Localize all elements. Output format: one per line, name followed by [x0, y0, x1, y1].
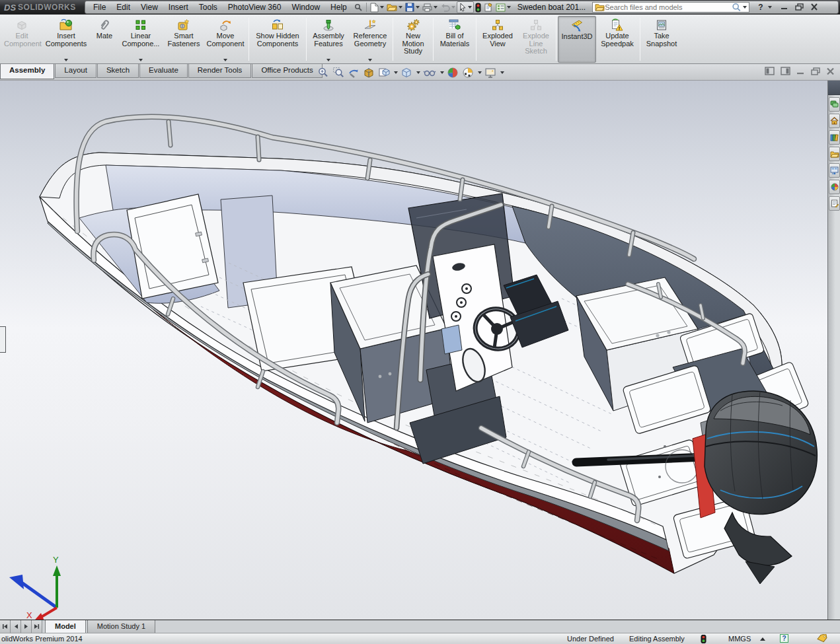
tab-scroll-prev-button[interactable] — [11, 620, 21, 633]
tab-motion-study-1[interactable]: Motion Study 1 — [87, 620, 155, 633]
ribbon-separator — [556, 18, 556, 61]
dropdown-caret[interactable] — [394, 71, 398, 74]
section-view-icon[interactable] — [362, 66, 375, 79]
tab-layout[interactable]: Layout — [55, 64, 96, 78]
linear-component-pattern-button[interactable]: Linear Compone... — [118, 16, 164, 63]
quick-tips-icon[interactable]: ? — [780, 634, 788, 643]
zoom-to-fit-icon[interactable] — [317, 66, 330, 79]
menu-tools[interactable]: Tools — [194, 1, 223, 13]
appearances-scenes-icon[interactable] — [829, 180, 840, 194]
rebuild-traffic-light-icon[interactable] — [474, 2, 482, 13]
tab-model[interactable]: Model — [45, 620, 86, 633]
tab-evaluate[interactable]: Evaluate — [139, 64, 188, 78]
dropdown-caret[interactable] — [500, 71, 504, 74]
orientation-triad: Y X — [9, 555, 61, 620]
help-button[interactable]: ? — [755, 1, 766, 13]
menu-edit[interactable]: Edit — [111, 1, 135, 13]
view-settings-icon[interactable] — [484, 66, 497, 79]
insert-components-button[interactable]: Insert Components — [41, 16, 91, 63]
tab-assembly[interactable]: Assembly — [0, 64, 54, 79]
reference-geometry-button[interactable]: Reference Geometry — [349, 16, 391, 63]
dropdown-caret[interactable] — [139, 59, 143, 61]
open-button[interactable] — [385, 2, 404, 13]
instant3d-button[interactable]: Instant3D — [558, 16, 596, 63]
tab-office-products[interactable]: Office Products — [252, 64, 322, 78]
display-style-icon[interactable] — [400, 66, 413, 79]
units-dropdown-caret[interactable] — [760, 637, 765, 641]
assembly-features-button[interactable]: Assembly Features — [308, 16, 349, 63]
collapse-right-pane-icon[interactable] — [781, 67, 790, 77]
tag-icon[interactable] — [817, 634, 827, 644]
minimize-button[interactable] — [777, 2, 792, 13]
save-button[interactable] — [404, 2, 421, 13]
zoom-to-area-icon[interactable] — [332, 66, 345, 79]
select-cursor-button[interactable] — [457, 1, 474, 13]
boat-assembly-model[interactable]: Y X — [0, 81, 840, 620]
custom-properties-icon[interactable] — [829, 196, 840, 211]
restore-button[interactable] — [792, 2, 807, 13]
dropdown-caret[interactable] — [416, 71, 420, 74]
solidworks-logo: DS SOLIDWORKS — [0, 3, 85, 13]
take-snapshot-button[interactable]: Take Snapshot — [642, 16, 681, 63]
help-caret[interactable] — [768, 6, 772, 9]
print-button[interactable] — [421, 3, 439, 13]
mate-button[interactable]: Mate — [91, 16, 118, 63]
exploded-view-button[interactable]: Exploded View — [478, 16, 517, 63]
dropdown-caret[interactable] — [64, 59, 68, 61]
smart-fasteners-button[interactable]: Smart Fasteners — [164, 16, 204, 63]
view-orientation-icon[interactable] — [377, 66, 391, 79]
search-input[interactable] — [605, 3, 732, 11]
menu-insert[interactable]: Insert — [163, 1, 194, 13]
menu-view[interactable]: View — [135, 1, 163, 13]
window-minimize-icon[interactable] — [796, 67, 805, 76]
window-close-icon[interactable] — [826, 67, 835, 77]
tab-sketch[interactable]: Sketch — [97, 64, 139, 78]
move-component-button[interactable]: Move Component — [204, 16, 247, 63]
close-button[interactable] — [807, 2, 821, 13]
search-icon[interactable] — [732, 3, 742, 12]
show-hidden-components-button[interactable]: Show Hidden Components — [250, 16, 305, 63]
tab-scroll-next-button[interactable] — [21, 620, 32, 633]
pin-menu-icon[interactable] — [352, 2, 364, 13]
units-text[interactable]: MMGS — [728, 635, 751, 643]
resources-home-icon[interactable] — [829, 114, 840, 128]
tab-render-tools[interactable]: Render Tools — [188, 64, 252, 78]
new-motion-study-button[interactable]: New Motion Study — [395, 16, 432, 63]
dropdown-caret[interactable] — [478, 71, 482, 74]
hide-show-items-icon[interactable] — [422, 66, 437, 79]
ribbon-separator — [476, 18, 477, 61]
menu-file[interactable]: File — [88, 1, 111, 13]
file-explorer-icon[interactable] — [829, 147, 840, 161]
apply-scene-icon[interactable] — [461, 66, 475, 79]
view-palette-icon[interactable] — [829, 163, 840, 178]
new-document-button[interactable] — [369, 2, 385, 13]
previous-view-icon[interactable] — [347, 66, 360, 79]
graphics-viewport[interactable]: Y X — [0, 81, 840, 620]
file-properties-button[interactable] — [482, 2, 494, 13]
menu-window[interactable]: Window — [286, 1, 325, 13]
ribbon-button-label: Smart Fasteners — [165, 32, 202, 48]
tab-scroll-last-button[interactable] — [32, 620, 42, 633]
ribbon-separator — [306, 18, 307, 61]
dropdown-caret[interactable] — [223, 59, 227, 61]
search-box[interactable] — [592, 2, 749, 13]
update-speedpak-button[interactable]: Update Speedpak — [596, 16, 638, 63]
dropdown-caret[interactable] — [326, 59, 330, 61]
document-title: Sweden boat 201... — [517, 3, 586, 12]
collapse-left-pane-icon[interactable] — [765, 67, 775, 77]
window-restore-icon[interactable] — [811, 67, 820, 77]
forum-icon[interactable] — [829, 97, 840, 112]
edit-appearance-icon[interactable] — [446, 66, 459, 79]
ribbon-separator — [640, 18, 640, 61]
options-button[interactable] — [494, 3, 512, 13]
feature-manager-collapsed-tab[interactable] — [0, 326, 6, 353]
search-options-caret[interactable] — [743, 6, 747, 9]
logo-name: SOLIDWORKS — [18, 3, 76, 12]
tab-scroll-first-button[interactable] — [0, 620, 11, 633]
menu-photoview360[interactable]: PhotoView 360 — [223, 1, 287, 13]
menu-help[interactable]: Help — [325, 1, 352, 13]
dropdown-caret[interactable] — [440, 71, 444, 74]
dropdown-caret[interactable] — [368, 59, 372, 61]
design-library-icon[interactable] — [829, 130, 840, 145]
bill-of-materials-button[interactable]: Bill of Materials — [435, 16, 475, 63]
